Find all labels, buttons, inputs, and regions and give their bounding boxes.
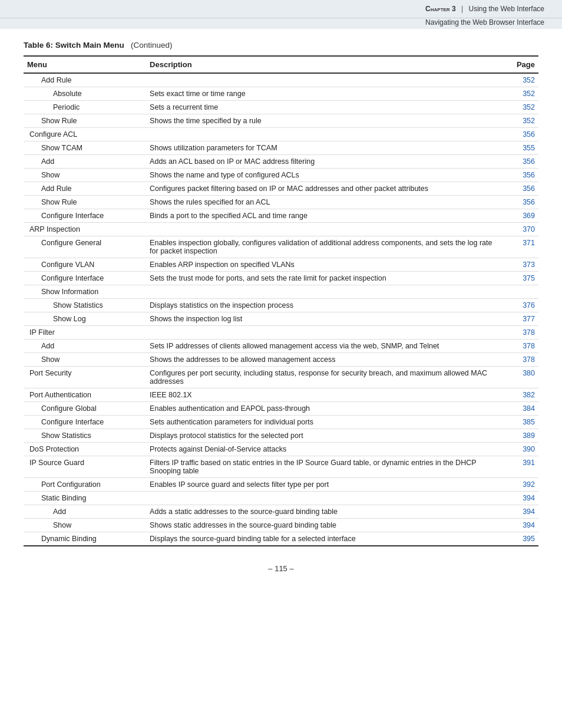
page-link[interactable]: 369 (523, 212, 535, 220)
page-cell[interactable]: 355 (502, 141, 538, 155)
page-content: Table 6: Switch Main Menu (Continued) Me… (0, 29, 562, 591)
page-link[interactable]: 390 (523, 445, 535, 453)
page-cell[interactable]: 377 (502, 312, 538, 326)
page-link[interactable]: 394 (523, 494, 535, 502)
table-row: AbsoluteSets exact time or time range352 (24, 87, 538, 101)
description-cell: Shows the name and type of configured AC… (146, 169, 501, 182)
page-cell[interactable]: 390 (502, 443, 538, 456)
page-cell (502, 285, 538, 299)
page-link[interactable]: 356 (523, 185, 535, 193)
table-row: Show TCAMShows utilization parameters fo… (24, 141, 538, 155)
page-link[interactable]: 394 (523, 508, 535, 516)
table-row: AddAdds an ACL based on IP or MAC addres… (24, 155, 538, 169)
page-link[interactable]: 395 (523, 535, 535, 543)
page-cell[interactable]: 356 (502, 155, 538, 169)
menu-cell: Show Rule (24, 196, 146, 209)
page-cell[interactable]: 394 (502, 492, 538, 505)
page-link[interactable]: 394 (523, 521, 535, 529)
table-row: Show StatisticsDisplays protocol statist… (24, 429, 538, 443)
page-cell[interactable]: 394 (502, 505, 538, 519)
table-row: AddSets IP addresses of clients allowed … (24, 340, 538, 353)
page-link[interactable]: 352 (523, 90, 535, 98)
menu-cell: Show Rule (24, 114, 146, 128)
header-title: Using the Web Interface (468, 5, 544, 13)
page-link[interactable]: 352 (523, 103, 535, 111)
page-cell[interactable]: 352 (502, 73, 538, 87)
page-cell[interactable]: 356 (502, 128, 538, 141)
table-row: Configure VLANEnables ARP inspection on … (24, 258, 538, 272)
page-link[interactable]: 356 (523, 171, 535, 179)
menu-cell: Show Statistics (24, 299, 146, 312)
table-row: ShowShows the name and type of configure… (24, 169, 538, 182)
description-cell: Displays statistics on the inspection pr… (146, 299, 501, 312)
page-link[interactable]: 371 (523, 239, 535, 247)
page-cell[interactable]: 356 (502, 169, 538, 182)
menu-cell: Show Information (24, 285, 146, 299)
page-cell[interactable]: 370 (502, 223, 538, 236)
page-cell[interactable]: 352 (502, 87, 538, 101)
header-separator: | (461, 5, 463, 13)
page-cell[interactable]: 356 (502, 182, 538, 196)
page-cell[interactable]: 394 (502, 519, 538, 532)
page-cell[interactable]: 378 (502, 340, 538, 353)
page-link[interactable]: 375 (523, 274, 535, 282)
description-cell: Configures packet filtering based on IP … (146, 182, 501, 196)
menu-cell: Show (24, 519, 146, 532)
page-link[interactable]: 356 (523, 130, 535, 139)
header-subtitle: Navigating the Web Browser Interface (0, 18, 562, 29)
page-link[interactable]: 384 (523, 404, 535, 413)
page-link[interactable]: 378 (523, 328, 535, 337)
page-link[interactable]: 355 (523, 144, 535, 152)
page-cell[interactable]: 382 (502, 388, 538, 402)
page-cell[interactable]: 352 (502, 114, 538, 128)
page-cell[interactable]: 395 (502, 532, 538, 546)
page-link[interactable]: 391 (523, 459, 535, 467)
page-cell[interactable]: 378 (502, 353, 538, 367)
description-cell (146, 285, 501, 299)
page-cell[interactable]: 378 (502, 326, 538, 340)
menu-cell: DoS Protection (24, 443, 146, 456)
table-row: AddAdds a static addresses to the source… (24, 505, 538, 519)
page-link[interactable]: 389 (523, 431, 535, 440)
menu-cell: Configure ACL (24, 128, 146, 141)
page-link[interactable]: 385 (523, 418, 535, 426)
page-link[interactable]: 356 (523, 198, 535, 206)
table-row: Configure InterfaceBinds a port to the s… (24, 209, 538, 223)
page-link[interactable]: 378 (523, 355, 535, 364)
page-link[interactable]: 380 (523, 369, 535, 377)
menu-cell: Add Rule (24, 182, 146, 196)
description-cell: Adds an ACL based on IP or MAC address f… (146, 155, 501, 169)
page-link[interactable]: 373 (523, 261, 535, 269)
page-cell[interactable]: 369 (502, 209, 538, 223)
page-link[interactable]: 352 (523, 76, 535, 84)
page-cell[interactable]: 380 (502, 367, 538, 388)
page-link[interactable]: 382 (523, 391, 535, 399)
description-cell: Adds a static addresses to the source-gu… (146, 505, 501, 519)
page-link[interactable]: 356 (523, 157, 535, 166)
page-link[interactable]: 352 (523, 117, 535, 125)
page-link[interactable]: 370 (523, 225, 535, 233)
page-cell[interactable]: 373 (502, 258, 538, 272)
page-link[interactable]: 376 (523, 301, 535, 309)
page-link[interactable]: 377 (523, 315, 535, 323)
page-cell[interactable]: 391 (502, 456, 538, 478)
menu-cell: Port Security (24, 367, 146, 388)
description-cell: Enables inspection globally, configures … (146, 236, 501, 258)
page-cell[interactable]: 376 (502, 299, 538, 312)
table-row: Configure ACL356 (24, 128, 538, 141)
page-link[interactable]: 378 (523, 342, 535, 350)
page-cell[interactable]: 375 (502, 272, 538, 285)
page-link[interactable]: 392 (523, 480, 535, 489)
page-number: – 115 – (24, 564, 538, 573)
page-cell[interactable]: 389 (502, 429, 538, 443)
page-cell[interactable]: 371 (502, 236, 538, 258)
description-cell: Sets a recurrent time (146, 101, 501, 114)
page-cell[interactable]: 384 (502, 402, 538, 416)
menu-cell: Dynamic Binding (24, 532, 146, 546)
page-cell[interactable]: 356 (502, 196, 538, 209)
table-row: IP Source GuardFilters IP traffic based … (24, 456, 538, 478)
menu-cell: Configure Interface (24, 272, 146, 285)
page-cell[interactable]: 385 (502, 416, 538, 429)
page-cell[interactable]: 352 (502, 101, 538, 114)
page-cell[interactable]: 392 (502, 478, 538, 492)
